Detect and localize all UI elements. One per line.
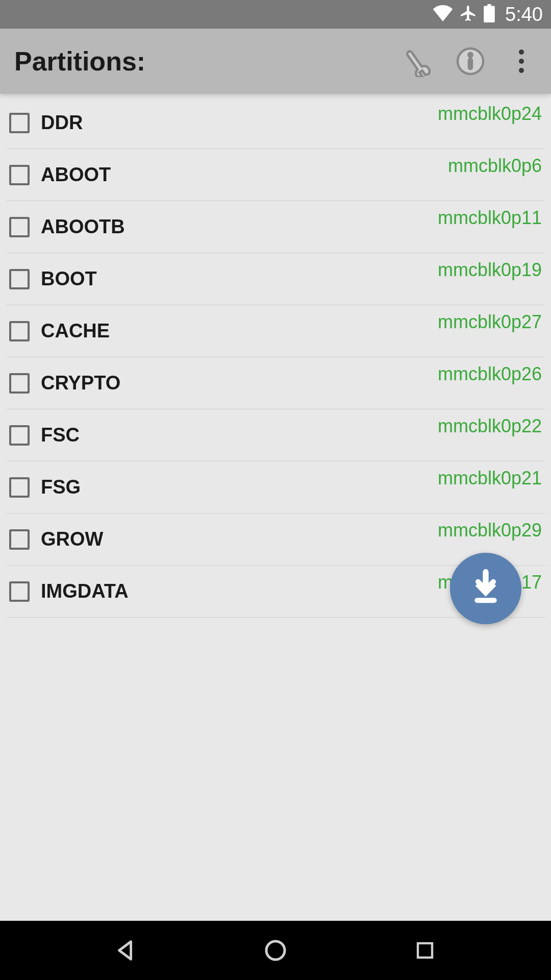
partition-device: mmcblk0p19 [438,259,542,281]
checkbox[interactable] [9,269,30,289]
list-item[interactable]: ABOOTmmcblk0p6 [6,149,545,201]
partition-label: CRYPTO [41,372,438,394]
list-item[interactable]: GROWmmcblk0p29 [6,513,545,566]
list-item[interactable]: CACHEmmcblk0p27 [6,305,545,357]
list-item[interactable]: mmcblk0p18 [6,618,545,627]
svg-rect-7 [418,943,432,958]
wifi-icon [433,5,453,23]
list-item[interactable]: CRYPTOmmcblk0p26 [6,357,545,409]
back-button[interactable] [111,935,141,966]
navigation-bar [0,921,551,980]
checkbox[interactable] [9,113,30,133]
checkbox[interactable] [9,321,30,341]
list-item[interactable]: FSGmmcblk0p21 [6,461,545,513]
partition-label: ABOOTB [41,216,438,238]
partition-device: mmcblk0p21 [438,468,542,489]
partition-label: CACHE [41,320,438,342]
recents-button[interactable] [410,935,440,966]
partition-label: DDR [41,112,438,134]
svg-rect-5 [474,598,496,603]
info-icon[interactable] [455,46,486,77]
list-item[interactable]: FSCmmcblk0p22 [6,409,545,461]
partition-label: IMGDATA [41,580,438,602]
partition-device: mmcblk0p29 [438,520,542,541]
partition-list: DDRmmcblk0p24ABOOTmmcblk0p6ABOOTBmmcblk0… [0,94,551,627]
partition-device: mmcblk0p11 [438,207,542,229]
partition-label: GROW [41,528,438,550]
partition-device: mmcblk0p26 [438,363,542,385]
checkbox[interactable] [9,217,30,237]
partition-label: BOOT [41,268,438,290]
app-bar-actions [404,46,537,77]
svg-rect-4 [483,572,488,589]
airplane-icon [459,4,478,24]
battery-icon [484,4,495,24]
checkbox[interactable] [9,529,30,550]
svg-point-1 [468,53,472,57]
partition-device: mmcblk0p24 [438,103,542,125]
checkbox[interactable] [9,373,30,394]
list-item[interactable]: DDRmmcblk0p24 [6,97,545,149]
partition-device: mmcblk0p27 [438,311,542,333]
home-button[interactable] [260,935,291,966]
status-time: 5:40 [505,4,543,26]
page-title: Partitions: [14,46,404,77]
partition-device: mmcblk0p6 [448,155,542,177]
checkbox[interactable] [9,165,30,185]
svg-point-6 [266,941,285,960]
wrench-icon[interactable] [404,46,435,77]
list-item[interactable]: ABOOTBmmcblk0p11 [6,201,545,253]
partition-device: mmcblk0p18 [438,624,542,627]
checkbox[interactable] [9,581,30,602]
partition-label: ABOOT [41,164,448,186]
status-bar: 5:40 [0,0,551,29]
download-fab[interactable] [450,553,521,624]
partition-device: mmcblk0p22 [438,415,542,437]
checkbox[interactable] [9,425,30,446]
svg-rect-2 [469,59,472,69]
app-bar: Partitions: [0,29,551,94]
partition-label: FSC [41,424,438,446]
checkbox[interactable] [9,477,30,498]
partition-label: FSG [41,476,438,498]
list-item[interactable]: BOOTmmcblk0p19 [6,253,545,305]
overflow-menu-icon[interactable] [506,46,537,77]
